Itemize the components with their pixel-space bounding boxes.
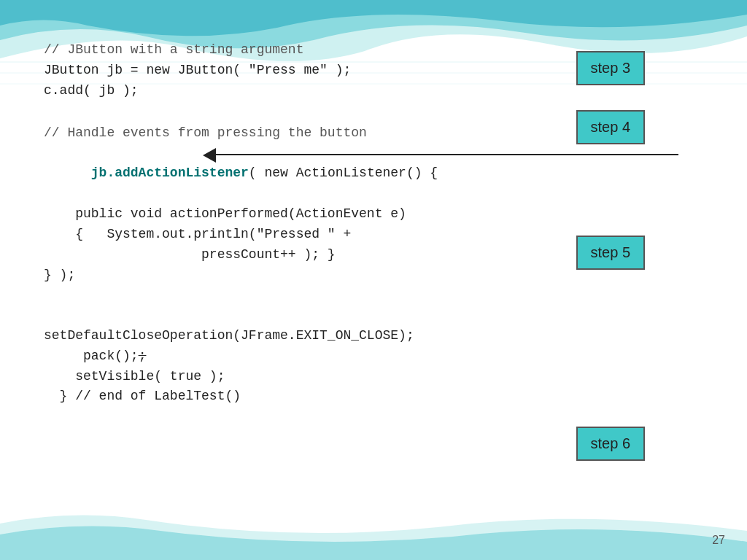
code-line-5-rest: ( new ActionListener() { bbox=[249, 166, 438, 180]
code-keyword-addactionlistener: jb.addActionListener bbox=[91, 166, 249, 180]
code-block: step 3 step 4 step 5 // JButton with a s… bbox=[44, 40, 703, 407]
code-line-9: } ); bbox=[44, 265, 703, 286]
code-line-10: setDefaultCloseOperation(JFrame.EXIT_ON_… bbox=[44, 326, 703, 346]
page-number: 27 bbox=[712, 534, 725, 547]
code-line-13: } // end of LabelTest() bbox=[44, 386, 703, 407]
step4-arrow-line bbox=[212, 154, 678, 155]
code-line-1: // JButton with a string argument bbox=[44, 40, 703, 61]
background-wave-bottom bbox=[0, 502, 747, 560]
step4-arrow-head bbox=[203, 148, 216, 163]
code-line-3: c.add( jb ); bbox=[44, 81, 703, 101]
code-line-6: public void actionPerformed(ActionEvent … bbox=[44, 204, 703, 225]
code-line-5: jb.addActionListener( new ActionListener… bbox=[44, 144, 703, 205]
spacer-2 bbox=[44, 286, 703, 326]
code-line-8: pressCount++ ); } bbox=[44, 245, 703, 265]
code-line-2: JButton jb = new JButton( "Press me" ); bbox=[44, 61, 703, 81]
code-line-7: { System.out.println("Pressed " + bbox=[44, 225, 703, 245]
step6-badge: step 6 bbox=[576, 427, 645, 461]
main-content: step 3 step 4 step 5 // JButton with a s… bbox=[0, 0, 747, 429]
semicolon-decoration: ; bbox=[139, 349, 147, 363]
code-line-4: // Handle events from pressing the butto… bbox=[44, 123, 703, 144]
code-line-12: setVisible( true ); bbox=[44, 367, 703, 387]
code-line-11: pack();; bbox=[44, 346, 703, 367]
